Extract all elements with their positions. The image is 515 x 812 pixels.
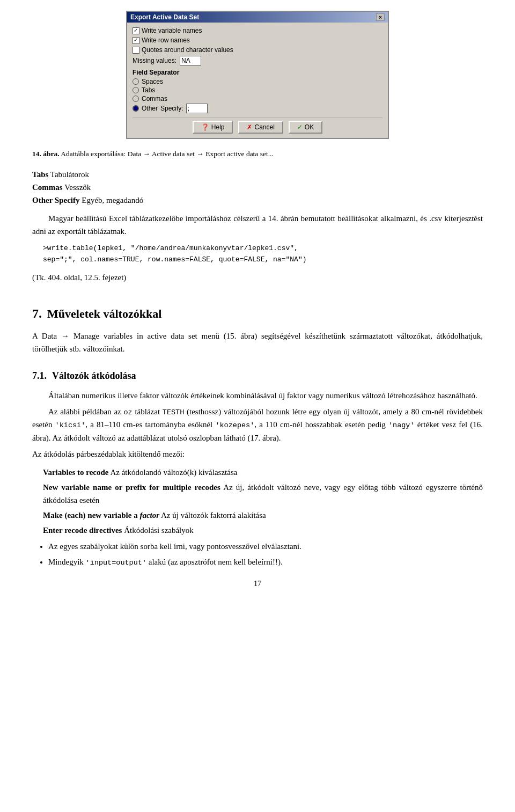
def-item-3: Make (each) new variable a factor Az új …	[43, 509, 483, 522]
def-label-4: Enter recode directives	[43, 526, 122, 535]
other-term: Other Specify	[32, 196, 79, 204]
tabs-term: Tabs	[32, 170, 48, 179]
nagy-code: 'nagy'	[388, 421, 415, 429]
def-item-2: New variable name or prefix for multiple…	[43, 481, 483, 507]
ok-button[interactable]: ✓ OK	[289, 121, 322, 134]
radio-other-btn[interactable]	[133, 105, 139, 112]
specify-label: Specify:	[160, 105, 183, 112]
radio-other[interactable]: Other Specify:	[133, 104, 382, 113]
write-variable-names-checkbox[interactable]	[133, 27, 139, 34]
terms-block: Tabs Tabulátorok Commas Vesszők Other Sp…	[32, 168, 483, 207]
def-label-2: New variable name or prefix for multiple…	[43, 483, 220, 492]
paragraph-1: Magyar beállítású Excel táblázatkezelőbe…	[32, 212, 483, 238]
section-71-para3: Az átkódolás párbeszédablak kitöltendő m…	[32, 448, 483, 460]
def-item-4: Enter recode directives Átkódolási szabá…	[43, 524, 483, 537]
section-71-para1: Általában numerikus illetve faktor válto…	[32, 389, 483, 402]
figure-caption-text: Adattábla exportálása: Data → Active dat…	[60, 150, 274, 158]
help-button[interactable]: ❓ Help	[193, 121, 233, 134]
bullet-item-1: Az egyes szabályokat külön sorba kell ír…	[48, 540, 483, 553]
help-icon: ❓	[201, 123, 209, 131]
write-variable-names-label[interactable]: Write variable names	[133, 27, 202, 34]
missing-value-input[interactable]	[180, 56, 201, 65]
code-line-2: sep=";", col.names=TRUE, row.names=FALSE…	[43, 254, 483, 266]
dialog-body: Write variable names Write row names Quo…	[127, 23, 388, 138]
bullet-list: Az egyes szabályokat külön sorba kell ír…	[48, 540, 483, 569]
quotes-around-checkbox[interactable]	[133, 47, 139, 54]
testh-code: TESTH	[163, 408, 185, 416]
input-output-code: 'input=output'	[86, 559, 146, 567]
def-text-1: Az átkódolandó változó(k) kiválasztása	[108, 468, 237, 477]
section-7-intro: A Data → Manage variables in active data…	[32, 330, 483, 355]
field-separator-label: Field Separator	[133, 69, 382, 76]
write-row-names-checkbox[interactable]	[133, 37, 139, 44]
code-line-1: >write.table(lepke1, "/home/andrea/munka…	[43, 243, 483, 254]
quotes-around-label[interactable]: Quotes around character values	[133, 46, 233, 54]
commas-term: Commas	[32, 183, 63, 192]
def-item-1: Variables to recode Az átkódolandó válto…	[43, 466, 483, 479]
ok-icon: ✓	[297, 123, 303, 131]
def-label-3: Make (each) new variable a factor	[43, 511, 159, 520]
def-text-4: Átkódolási szabályok	[122, 526, 193, 535]
section-7-heading: 7. Műveletek változókkal	[32, 295, 483, 326]
section-71-heading: 7.1. Változók átkódolása	[32, 363, 483, 386]
commas-value: Vesszők	[64, 183, 91, 192]
specify-input[interactable]	[186, 104, 208, 113]
section-7-title: Műveletek változókkal	[47, 307, 161, 321]
cancel-button[interactable]: ✗ Cancel	[238, 121, 283, 134]
definition-list: Variables to recode Az átkódolandó válto…	[43, 466, 483, 537]
oz-code: oz	[124, 408, 133, 416]
dialog-titlebar: Export Active Data Set ×	[127, 12, 388, 23]
def-label-1: Variables to recode	[43, 468, 108, 477]
write-row-names-label[interactable]: Write row names	[133, 36, 190, 44]
kozepes-code: 'kozepes'	[215, 421, 254, 429]
page-number: 17	[32, 580, 483, 588]
figure-number: 14. ábra.	[32, 150, 60, 158]
section-71-number: 7.1.	[32, 370, 47, 382]
tabs-value: Tabulátorok	[50, 170, 89, 179]
radio-tabs-btn[interactable]	[133, 87, 139, 93]
radio-tabs[interactable]: Tabs	[133, 86, 382, 94]
def-text-3: Az új változók faktorrá alakítása	[159, 511, 266, 520]
dialog-title: Export Active Data Set	[130, 13, 199, 21]
kicsi-code: 'kicsi'	[55, 421, 86, 429]
dialog-close-btn[interactable]: ×	[376, 13, 385, 21]
dialog-buttons: ❓ Help ✗ Cancel ✓ OK	[133, 118, 382, 134]
section-71-title: Változók átkódolása	[52, 370, 136, 382]
checkbox-row-1: Write variable names	[133, 27, 382, 34]
checkbox-row-2: Write row names	[133, 36, 382, 44]
export-dialog: Export Active Data Set × Write variable …	[126, 11, 389, 139]
radio-spaces-btn[interactable]	[133, 78, 139, 85]
code-block: >write.table(lepke1, "/home/andrea/munka…	[43, 243, 483, 266]
dialog-container: Export Active Data Set × Write variable …	[32, 11, 483, 139]
bullet-item-2: Mindegyik 'input=output' alakú (az aposz…	[48, 555, 483, 569]
section-71-para2: Az alábbi példában az oz táblázat TESTH …	[32, 405, 483, 444]
section-7-number: 7.	[32, 306, 42, 321]
paragraph-2: (Tk. 404. oldal, 12.5. fejezet)	[32, 271, 483, 284]
other-value: Egyéb, megadandó	[82, 196, 143, 204]
missing-label: Missing values:	[133, 57, 176, 64]
radio-spaces[interactable]: Spaces	[133, 78, 382, 85]
missing-values-row: Missing values:	[133, 56, 382, 65]
figure-caption: 14. ábra. Adattábla exportálása: Data → …	[32, 149, 483, 159]
checkbox-row-3: Quotes around character values	[133, 46, 382, 54]
radio-commas-btn[interactable]	[133, 96, 139, 102]
cancel-icon: ✗	[247, 123, 252, 131]
radio-commas[interactable]: Commas	[133, 95, 382, 103]
